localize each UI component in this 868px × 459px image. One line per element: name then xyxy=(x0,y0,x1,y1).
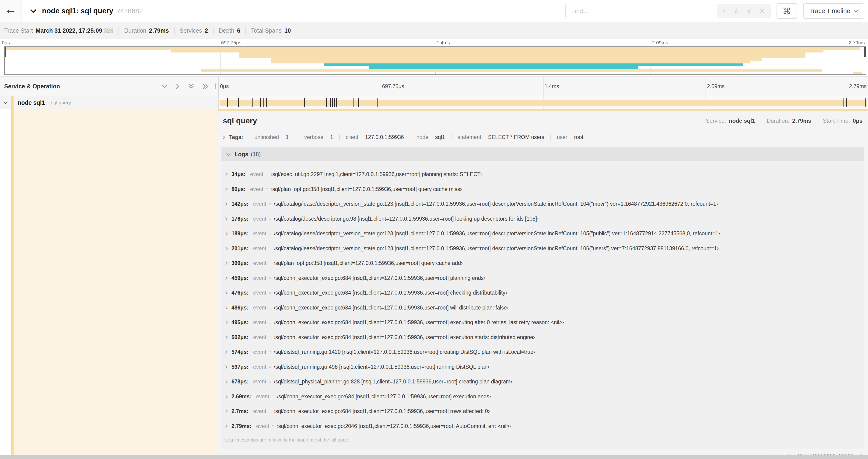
expand-one-icon[interactable] xyxy=(176,84,180,89)
logs-list: 34μs: event = ‹sql/exec_util.go:2297 [ns… xyxy=(221,161,864,434)
log-entry[interactable]: 678μs: event = ‹sql/distsql_physical_pla… xyxy=(221,374,864,389)
expand-all-icon[interactable] xyxy=(203,84,208,89)
prev-result-icon[interactable]: ∧ xyxy=(734,8,739,14)
span-duration-bar[interactable] xyxy=(220,100,867,106)
timeline-tick-label: 697.75μs xyxy=(382,83,404,90)
logs-header[interactable]: Logs (18) xyxy=(221,147,864,161)
column-resize-grip[interactable] xyxy=(214,84,216,89)
log-field-key: event xyxy=(253,349,266,355)
chevron-right-icon[interactable] xyxy=(225,335,228,339)
log-field-value: ‹sql/exec_util.go:2297 [nsql1,client=127… xyxy=(271,171,482,177)
equals-sign: = xyxy=(269,305,271,310)
chevron-right-icon[interactable] xyxy=(225,247,228,251)
log-entry[interactable]: 34μs: event = ‹sql/exec_util.go:2297 [ns… xyxy=(221,167,864,182)
log-entry[interactable]: 574μs: event = ‹sql/distsql_running.go:1… xyxy=(221,345,864,360)
chevron-right-icon[interactable] xyxy=(225,395,228,399)
log-field-value: ‹sql/conn_executor_exec.go:684 [nsql1,cl… xyxy=(274,334,535,340)
chevron-right-icon[interactable] xyxy=(225,276,228,280)
log-entry[interactable]: 80μs: event = ‹sql/plan_opt.go:358 [nsql… xyxy=(221,182,864,197)
collapse-all-icon[interactable] xyxy=(188,84,194,89)
locate-icon[interactable]: ⌖ xyxy=(722,8,726,14)
service-accent-bar xyxy=(11,96,13,109)
range-handle-right[interactable] xyxy=(864,47,866,57)
log-timestamp: 176μs: xyxy=(231,216,248,222)
minimap-span-bar xyxy=(271,61,750,63)
log-field-value: ‹sql/catalog/lease/descriptor_version_st… xyxy=(274,201,718,207)
log-entry[interactable]: 142μs: event = ‹sql/catalog/lease/descri… xyxy=(221,197,864,211)
chevron-right-icon[interactable] xyxy=(225,172,228,176)
log-entry[interactable]: 2.79ms: event = ‹sql/conn_executor_exec.… xyxy=(221,419,864,434)
find-input[interactable] xyxy=(566,4,717,18)
chevron-right-icon[interactable] xyxy=(225,291,228,295)
log-entry[interactable]: 495μs: event = ‹sql/conn_executor_exec.g… xyxy=(221,315,864,330)
equals-sign: = xyxy=(326,135,328,140)
log-entry[interactable]: 459μs: event = ‹sql/conn_executor_exec.g… xyxy=(221,271,864,286)
log-entry[interactable]: 201μs: event = ‹sql/catalog/lease/descri… xyxy=(221,241,864,256)
chevron-right-icon[interactable] xyxy=(225,321,228,324)
collapse-one-icon[interactable] xyxy=(161,85,167,88)
log-entry[interactable]: 502μs: event = ‹sql/conn_executor_exec.g… xyxy=(221,330,864,345)
horizontal-scrollbar[interactable] xyxy=(0,455,868,459)
chevron-right-icon[interactable] xyxy=(225,306,228,310)
chevron-right-icon[interactable] xyxy=(222,135,225,140)
log-entry[interactable]: 366μs: event = ‹sql/plan_opt.go:358 [nsq… xyxy=(221,256,864,271)
chevron-right-icon[interactable] xyxy=(225,350,228,354)
trace-view-selector[interactable]: Trace Timeline xyxy=(803,3,864,19)
back-button[interactable]: ← xyxy=(0,0,22,22)
chevron-right-icon[interactable] xyxy=(225,217,228,221)
log-marker-tick xyxy=(264,98,264,107)
span-row-name-cell[interactable]: node sql1 sql query xyxy=(0,96,218,109)
log-field-value: ‹sql/distsql_running.go:498 [nsql1,clien… xyxy=(274,364,489,370)
summary-label: Depth xyxy=(219,27,234,34)
log-entry[interactable]: 597μs: event = ‹sql/distsql_running.go:4… xyxy=(221,360,864,374)
tag-item: _verbose = 1 xyxy=(295,134,339,140)
log-marker-tick xyxy=(266,98,267,107)
minimap-span-bar xyxy=(369,66,639,69)
chevron-right-icon[interactable] xyxy=(225,232,228,236)
log-entry[interactable]: 2.69ms: event = ‹sql/conn_executor_exec.… xyxy=(221,389,864,404)
meta-value: 2.79ms xyxy=(792,118,811,124)
log-entry[interactable]: 176μs: event = ‹sql/catalog/descs/descri… xyxy=(221,211,864,226)
summary-label: Duration xyxy=(124,27,146,34)
chevron-right-icon[interactable] xyxy=(225,380,228,384)
next-result-icon[interactable]: ∨ xyxy=(747,8,751,14)
range-handle-left[interactable] xyxy=(5,47,6,57)
chevron-right-icon[interactable] xyxy=(225,409,228,413)
keyboard-shortcuts-button[interactable]: ⌘ xyxy=(777,3,797,19)
equals-sign: = xyxy=(272,394,274,399)
log-timestamp: 495μs: xyxy=(231,319,248,326)
chevron-right-icon[interactable] xyxy=(225,261,228,265)
logs-title: Logs xyxy=(235,151,248,158)
log-timestamp: 459μs: xyxy=(231,275,248,281)
summary-value: March 31 2022, 17:25:09 xyxy=(36,27,102,34)
log-entry[interactable]: 189μs: event = ‹sql/catalog/lease/descri… xyxy=(221,226,864,241)
span-row-timeline-cell[interactable] xyxy=(218,96,868,109)
log-field-key: event xyxy=(253,379,266,385)
divider xyxy=(245,27,246,35)
equals-sign: = xyxy=(269,320,271,325)
timeline-tick-label: 697.75μs xyxy=(221,40,242,45)
log-field-value: ‹sql/conn_executor_exec.go:684 [nsql1,cl… xyxy=(274,319,564,326)
log-field-value: ‹sql/conn_executor_exec.go:684 [nsql1,cl… xyxy=(277,393,491,400)
minimap-canvas[interactable] xyxy=(4,46,866,75)
span-operation-title: sql query xyxy=(223,117,257,125)
log-entry[interactable]: 486μs: event = ‹sql/conn_executor_exec.g… xyxy=(221,300,864,315)
log-entry[interactable]: 2.7ms: event = ‹sql/conn_executor_exec.g… xyxy=(221,404,864,419)
collapse-trace-chevron-icon[interactable] xyxy=(30,9,37,13)
log-field-value: ‹sql/distsql_running.go:1420 [nsql1,clie… xyxy=(274,349,535,355)
row-collapse-chevron-icon[interactable] xyxy=(3,101,8,104)
equals-sign: = xyxy=(269,290,271,296)
tag-item: node = sql1 xyxy=(410,134,451,140)
chevron-right-icon[interactable] xyxy=(225,202,228,206)
tags-label: Tags: xyxy=(229,134,243,140)
chevron-right-icon[interactable] xyxy=(225,424,228,428)
log-entry[interactable]: 476μs: event = ‹sql/conn_executor_exec.g… xyxy=(221,286,864,300)
meta-service: Service:node sql1 xyxy=(706,118,755,124)
chevron-right-icon[interactable] xyxy=(225,187,228,191)
tags-row[interactable]: Tags: _unfinished = 1 _verbose = 1 clien… xyxy=(218,129,868,146)
span-row-node-sql1[interactable]: node sql1 sql query xyxy=(0,96,868,109)
deep-link-icon[interactable] xyxy=(856,453,862,455)
chevron-right-icon[interactable] xyxy=(225,365,228,369)
clear-search-icon[interactable]: × xyxy=(759,8,765,14)
log-field-key: event xyxy=(253,216,266,222)
